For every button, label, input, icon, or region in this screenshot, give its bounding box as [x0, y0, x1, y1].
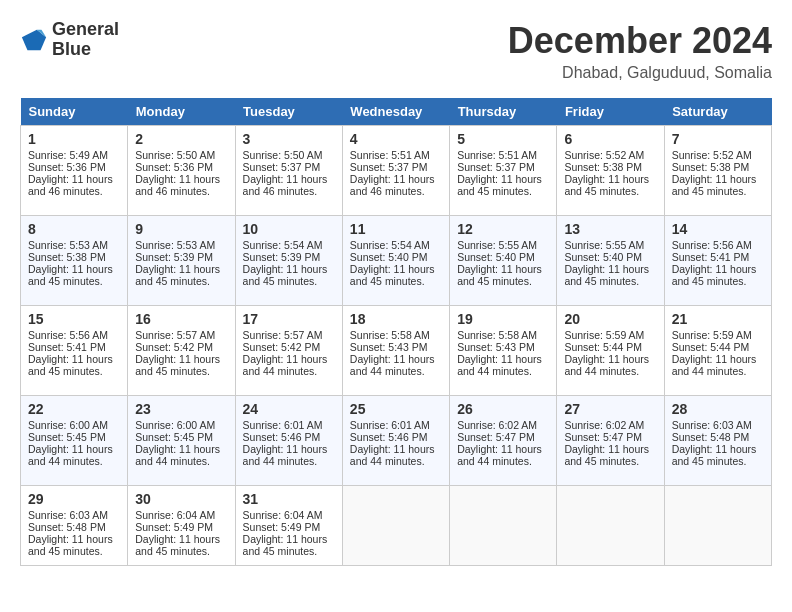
logo-text: General Blue [52, 20, 119, 60]
day-number: 20 [564, 311, 656, 327]
daylight: Daylight: 11 hours and 44 minutes. [457, 353, 542, 377]
table-row: 1Sunrise: 5:49 AMSunset: 5:36 PMDaylight… [21, 126, 128, 216]
sunset: Sunset: 5:45 PM [28, 431, 106, 443]
daylight: Daylight: 11 hours and 45 minutes. [672, 263, 757, 287]
daylight: Daylight: 11 hours and 44 minutes. [564, 353, 649, 377]
sunset: Sunset: 5:38 PM [564, 161, 642, 173]
col-monday: Monday [128, 98, 235, 126]
calendar-row: 8Sunrise: 5:53 AMSunset: 5:38 PMDaylight… [21, 216, 772, 306]
daylight: Daylight: 11 hours and 46 minutes. [243, 173, 328, 197]
day-number: 24 [243, 401, 335, 417]
day-number: 28 [672, 401, 764, 417]
day-number: 5 [457, 131, 549, 147]
logo-line2: Blue [52, 40, 119, 60]
daylight: Daylight: 11 hours and 44 minutes. [672, 353, 757, 377]
sunset: Sunset: 5:37 PM [350, 161, 428, 173]
sunset: Sunset: 5:37 PM [243, 161, 321, 173]
sunrise: Sunrise: 6:02 AM [564, 419, 644, 431]
sunrise: Sunrise: 5:56 AM [672, 239, 752, 251]
table-row: 21Sunrise: 5:59 AMSunset: 5:44 PMDayligh… [664, 306, 771, 396]
sunset: Sunset: 5:49 PM [243, 521, 321, 533]
sunset: Sunset: 5:47 PM [457, 431, 535, 443]
sunrise: Sunrise: 5:52 AM [672, 149, 752, 161]
logo: General Blue [20, 20, 119, 60]
day-number: 19 [457, 311, 549, 327]
day-number: 10 [243, 221, 335, 237]
sunset: Sunset: 5:46 PM [350, 431, 428, 443]
col-wednesday: Wednesday [342, 98, 449, 126]
month-title: December 2024 [508, 20, 772, 62]
table-row: 6Sunrise: 5:52 AMSunset: 5:38 PMDaylight… [557, 126, 664, 216]
sunrise: Sunrise: 5:55 AM [564, 239, 644, 251]
daylight: Daylight: 11 hours and 44 minutes. [135, 443, 220, 467]
sunset: Sunset: 5:39 PM [135, 251, 213, 263]
calendar-row: 15Sunrise: 5:56 AMSunset: 5:41 PMDayligh… [21, 306, 772, 396]
sunrise: Sunrise: 5:51 AM [457, 149, 537, 161]
sunset: Sunset: 5:43 PM [350, 341, 428, 353]
sunrise: Sunrise: 5:50 AM [135, 149, 215, 161]
daylight: Daylight: 11 hours and 45 minutes. [672, 173, 757, 197]
sunrise: Sunrise: 5:54 AM [243, 239, 323, 251]
day-number: 6 [564, 131, 656, 147]
day-number: 17 [243, 311, 335, 327]
calendar-row: 22Sunrise: 6:00 AMSunset: 5:45 PMDayligh… [21, 396, 772, 486]
day-number: 16 [135, 311, 227, 327]
daylight: Daylight: 11 hours and 45 minutes. [457, 263, 542, 287]
sunrise: Sunrise: 6:02 AM [457, 419, 537, 431]
day-number: 25 [350, 401, 442, 417]
daylight: Daylight: 11 hours and 45 minutes. [135, 353, 220, 377]
sunrise: Sunrise: 6:03 AM [672, 419, 752, 431]
table-row: 18Sunrise: 5:58 AMSunset: 5:43 PMDayligh… [342, 306, 449, 396]
daylight: Daylight: 11 hours and 45 minutes. [564, 263, 649, 287]
day-number: 8 [28, 221, 120, 237]
daylight: Daylight: 11 hours and 46 minutes. [350, 173, 435, 197]
table-row: 11Sunrise: 5:54 AMSunset: 5:40 PMDayligh… [342, 216, 449, 306]
daylight: Daylight: 11 hours and 45 minutes. [564, 173, 649, 197]
table-row [557, 486, 664, 566]
table-row: 16Sunrise: 5:57 AMSunset: 5:42 PMDayligh… [128, 306, 235, 396]
sunrise: Sunrise: 5:49 AM [28, 149, 108, 161]
day-number: 30 [135, 491, 227, 507]
table-row: 3Sunrise: 5:50 AMSunset: 5:37 PMDaylight… [235, 126, 342, 216]
daylight: Daylight: 11 hours and 45 minutes. [28, 263, 113, 287]
calendar-row: 29Sunrise: 6:03 AMSunset: 5:48 PMDayligh… [21, 486, 772, 566]
col-saturday: Saturday [664, 98, 771, 126]
daylight: Daylight: 11 hours and 44 minutes. [350, 353, 435, 377]
sunset: Sunset: 5:48 PM [672, 431, 750, 443]
table-row: 19Sunrise: 5:58 AMSunset: 5:43 PMDayligh… [450, 306, 557, 396]
table-row: 8Sunrise: 5:53 AMSunset: 5:38 PMDaylight… [21, 216, 128, 306]
day-number: 12 [457, 221, 549, 237]
sunset: Sunset: 5:38 PM [672, 161, 750, 173]
sunset: Sunset: 5:46 PM [243, 431, 321, 443]
table-row: 2Sunrise: 5:50 AMSunset: 5:36 PMDaylight… [128, 126, 235, 216]
sunrise: Sunrise: 5:57 AM [135, 329, 215, 341]
daylight: Daylight: 11 hours and 45 minutes. [28, 533, 113, 557]
sunrise: Sunrise: 5:50 AM [243, 149, 323, 161]
location: Dhabad, Galguduud, Somalia [508, 64, 772, 82]
day-number: 13 [564, 221, 656, 237]
day-number: 7 [672, 131, 764, 147]
sunrise: Sunrise: 5:56 AM [28, 329, 108, 341]
day-number: 2 [135, 131, 227, 147]
sunrise: Sunrise: 6:04 AM [135, 509, 215, 521]
table-row: 27Sunrise: 6:02 AMSunset: 5:47 PMDayligh… [557, 396, 664, 486]
sunrise: Sunrise: 5:59 AM [564, 329, 644, 341]
daylight: Daylight: 11 hours and 45 minutes. [672, 443, 757, 467]
day-number: 14 [672, 221, 764, 237]
table-row [450, 486, 557, 566]
sunrise: Sunrise: 5:58 AM [350, 329, 430, 341]
sunset: Sunset: 5:42 PM [135, 341, 213, 353]
sunrise: Sunrise: 6:01 AM [243, 419, 323, 431]
calendar-table: Sunday Monday Tuesday Wednesday Thursday… [20, 98, 772, 566]
sunrise: Sunrise: 5:52 AM [564, 149, 644, 161]
sunset: Sunset: 5:41 PM [672, 251, 750, 263]
table-row: 12Sunrise: 5:55 AMSunset: 5:40 PMDayligh… [450, 216, 557, 306]
table-row: 20Sunrise: 5:59 AMSunset: 5:44 PMDayligh… [557, 306, 664, 396]
sunrise: Sunrise: 5:53 AM [135, 239, 215, 251]
day-number: 27 [564, 401, 656, 417]
table-row: 24Sunrise: 6:01 AMSunset: 5:46 PMDayligh… [235, 396, 342, 486]
day-number: 29 [28, 491, 120, 507]
daylight: Daylight: 11 hours and 45 minutes. [135, 263, 220, 287]
page-header: General Blue December 2024 Dhabad, Galgu… [20, 20, 772, 82]
sunrise: Sunrise: 5:51 AM [350, 149, 430, 161]
